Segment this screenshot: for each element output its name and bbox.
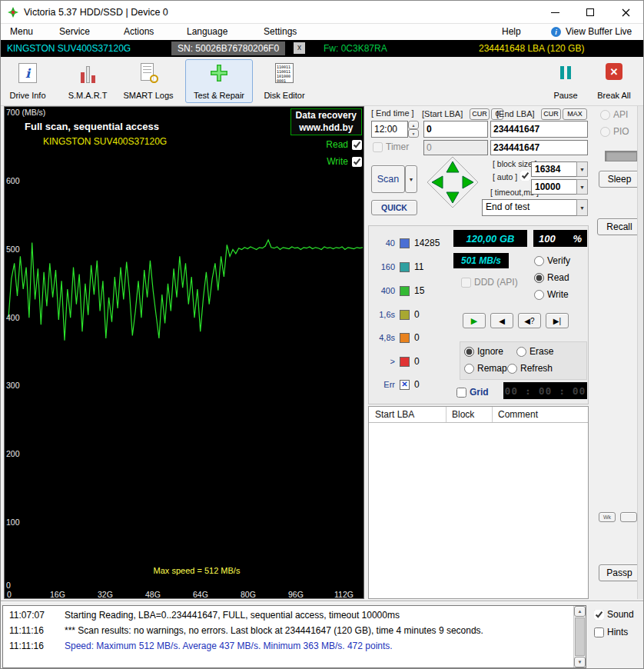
timeout-combo[interactable]: 10000 ▼ [531,179,588,195]
scroll-down-button[interactable]: ▼ [574,657,586,667]
verify-radio[interactable] [534,256,544,266]
write-radio[interactable] [534,290,544,300]
passp-button[interactable]: Passp [599,564,640,581]
refresh-radio-row[interactable]: Refresh [507,363,553,374]
seek-pad[interactable] [426,155,480,209]
view-buffer-live-toggle[interactable]: View Buffer Live [563,24,635,40]
column-header-block[interactable]: Block [452,409,474,420]
read-legend[interactable]: Read [314,139,362,150]
start-lba-cur-button[interactable]: CUR [470,108,490,120]
results-table: Start LBA Block Comment [368,406,589,599]
end-lba-input-2[interactable] [490,140,588,155]
ddd-api-row[interactable]: DDD (API) [461,277,518,288]
smart-label: S.M.A.R.T [68,91,108,100]
end-lba-max-button[interactable]: MAX [563,108,587,120]
table-header-divider [369,422,588,423]
api-radio-row[interactable]: API [600,109,628,120]
column-header-comment[interactable]: Comment [498,409,538,420]
log-scrollbar[interactable]: ▲ ▼ [573,606,586,667]
read-radio[interactable] [534,273,544,283]
close-button[interactable] [608,1,643,24]
scroll-thumb[interactable] [575,617,585,656]
spin-down-button[interactable]: ▼ [408,129,419,138]
ignore-radio-row[interactable]: Ignore [464,346,503,357]
api-radio[interactable] [600,110,610,120]
seek-defect-button[interactable]: ◀? [518,313,541,328]
aux-button[interactable] [620,512,637,522]
write-legend[interactable]: Write [314,156,362,167]
maximize-button[interactable] [573,1,608,24]
timeout-dropdown-icon[interactable]: ▼ [576,179,588,195]
smart-logs-button[interactable]: SMART Logs [119,59,178,103]
start-button[interactable]: ▶ [463,313,486,328]
smart-button[interactable]: S.M.A.R.T [62,59,113,103]
menu-item-help[interactable]: Help [499,24,524,40]
stat-row-over: > 0 [372,356,420,367]
pio-radio-row[interactable]: PIO [600,126,629,137]
x-tick: 80G [241,590,256,599]
sound-checkbox[interactable] [594,610,604,620]
menu-item-menu[interactable]: Menu [7,24,36,40]
drive-info-button[interactable]: i Drive Info [4,59,51,103]
menu-item-actions[interactable]: Actions [121,24,157,40]
log-time: 11:07:07 [9,610,45,621]
timer-toggle[interactable]: Timer [373,141,409,152]
end-lba-cur-button[interactable]: CUR [541,108,561,120]
block-size-combo[interactable]: 16384 ▼ [531,161,588,177]
refresh-radio[interactable] [507,364,517,374]
seek-end-button[interactable]: ▶| [546,313,569,328]
column-header-start-lba[interactable]: Start LBA [375,409,414,420]
smart-logs-icon-line [143,66,151,67]
timer-input[interactable] [423,140,488,155]
recall-button[interactable]: Recall [597,218,642,235]
menu-item-settings[interactable]: Settings [261,24,300,40]
start-lba-input[interactable] [423,121,488,138]
verify-radio-row[interactable]: Verify [534,255,570,266]
vertical-scrollbar-track[interactable] [637,106,644,599]
serial-close-button[interactable]: x [294,42,305,54]
disk-editor-button[interactable]: 110011 110011 101000 0001 Disk Editor [259,59,310,103]
test-repair-button[interactable]: Test & Repair [185,59,253,103]
menu-item-language[interactable]: Language [184,24,231,40]
erase-radio[interactable] [516,347,526,357]
ignore-radio[interactable] [464,347,474,357]
minimize-button[interactable] [537,1,573,24]
quick-button[interactable]: QUICK [371,200,417,215]
hints-toggle-row[interactable]: Hints [594,627,628,637]
read-checkbox[interactable] [352,140,362,150]
block-size-dropdown-icon[interactable]: ▼ [576,161,588,177]
spin-up-button[interactable]: ▲ [408,121,419,129]
grid-checkbox[interactable] [456,388,466,398]
grid-toggle-row[interactable]: Grid [456,387,489,398]
hints-checkbox[interactable] [594,627,604,637]
pause-button[interactable]: Pause [546,59,585,103]
pio-radio[interactable] [600,127,610,137]
titlebar: Victoria 5.37 HDD/SSD | Device 0 [1,1,643,24]
end-lba-label: [End LBA] [496,109,535,118]
end-lba-input[interactable] [490,121,588,138]
write-checkbox[interactable] [352,157,362,167]
back-button[interactable]: ◀ [490,313,513,328]
menu-item-service[interactable]: Service [56,24,93,40]
auto-checkbox[interactable] [520,171,530,181]
read-radio-row[interactable]: Read [534,272,569,283]
remap-radio[interactable] [464,364,474,374]
write-radio-row[interactable]: Write [534,289,569,300]
wk-button[interactable]: Wk [599,512,616,522]
sound-toggle-row[interactable]: Sound [594,609,634,620]
scan-button[interactable]: Scan [371,165,405,193]
log-text: Speed: Maximum 512 MB/s. Average 437 MB/… [65,641,393,651]
scan-dropdown-button[interactable]: ▼ [405,165,417,193]
end-of-test-dropdown-icon[interactable]: ▼ [576,199,588,216]
end-of-test-combo[interactable]: End of test ▼ [482,199,588,216]
max-speed-annotation: Max speed = 512 MB/s [116,566,277,575]
break-all-button[interactable]: ✕ Break All [589,59,639,103]
scroll-up-button[interactable]: ▲ [574,606,586,617]
erase-radio-row[interactable]: Erase [516,346,553,357]
end-time-input[interactable] [371,121,408,138]
remap-radio-row[interactable]: Remap [464,363,507,374]
ddd-api-checkbox[interactable] [461,278,471,288]
sleep-button[interactable]: Sleep [599,171,640,188]
percent-value: 100 [539,233,556,245]
timer-checkbox[interactable] [373,142,383,152]
